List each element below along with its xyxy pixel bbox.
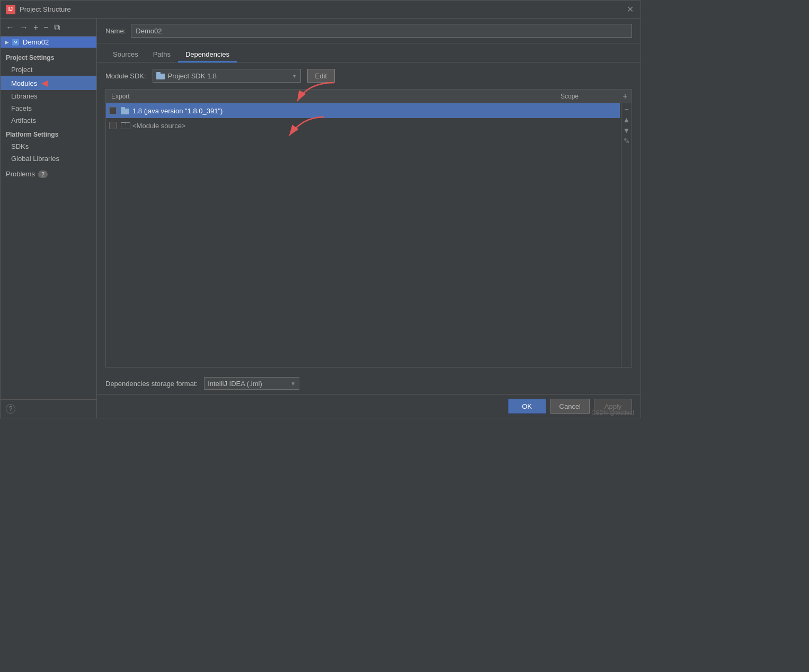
edit-dep-button[interactable]: ✎ [622, 136, 632, 146]
sidebar-item-global-libraries-label: Global Libraries [11, 155, 59, 163]
name-label: Name: [105, 27, 126, 35]
storage-format-value: IntelliJ IDEA (.iml) [208, 380, 287, 388]
cancel-button[interactable]: Cancel [550, 399, 590, 414]
dep-row-jdk[interactable]: 1.8 (java version "1.8.0_391") [106, 103, 620, 118]
watermark: CSDN @testleaf [591, 409, 634, 416]
close-button[interactable]: ✕ [627, 5, 635, 14]
sdk-folder-icon [156, 72, 165, 79]
tabs-row: Sources Paths Dependencies [97, 43, 641, 62]
dependencies-table: Export Scope + 1.8 (java version "1.8.0_… [105, 89, 632, 368]
back-button[interactable]: ← [5, 22, 15, 33]
copy-module-button[interactable]: ⧉ [53, 22, 61, 33]
module-name-label: Demo02 [23, 38, 49, 46]
dep-name-jdk: 1.8 (java version "1.8.0_391") [132, 107, 553, 115]
sidebar-item-artifacts[interactable]: Artifacts [1, 114, 96, 127]
sidebar-toolbar: ← → + − ⧉ [1, 19, 96, 37]
remove-dep-button[interactable]: − [622, 104, 632, 114]
tab-dependencies-label: Dependencies [185, 50, 229, 58]
titlebar: IJ Project Structure ✕ [1, 1, 641, 19]
sidebar-item-problems[interactable]: Problems 2 [1, 167, 96, 181]
col-export-header: Export [106, 93, 555, 100]
sidebar-item-sdks-label: SDKs [11, 142, 29, 150]
sidebar-item-artifacts-label: Artifacts [11, 117, 36, 124]
project-settings-section-label: Project Settings [1, 50, 96, 64]
app-icon: IJ [6, 5, 15, 14]
dep-checkbox-module-source[interactable] [109, 122, 117, 129]
modules-arrow-icon: ◀ [41, 78, 48, 88]
ok-button[interactable]: OK [508, 399, 546, 414]
add-dependency-button[interactable]: + [619, 90, 632, 103]
problems-badge: 2 [38, 171, 48, 178]
sidebar-item-global-libraries[interactable]: Global Libraries [1, 153, 96, 165]
dep-folder-icon-jdk [121, 107, 129, 114]
storage-format-dropdown[interactable]: IntelliJ IDEA (.iml) ▼ [204, 377, 299, 390]
sdk-dropdown-arrow-icon: ▼ [292, 73, 297, 79]
platform-settings-section-label: Platform Settings [1, 127, 96, 140]
forward-button[interactable]: → [19, 22, 29, 33]
chevron-icon: ▶ [5, 39, 9, 45]
problems-label: Problems [6, 170, 35, 178]
tab-paths-label: Paths [153, 50, 171, 58]
module-tree-item[interactable]: ▶ M Demo02 [1, 37, 96, 48]
sidebar-tree: Project Settings Project Modules ◀ Libra… [1, 48, 96, 399]
col-scope-header: Scope [555, 93, 619, 100]
help-section: ? [1, 399, 96, 418]
tab-sources[interactable]: Sources [105, 47, 146, 62]
deps-table-header: Export Scope + [106, 89, 632, 103]
move-dep-down-button[interactable]: ▼ [622, 126, 632, 135]
dep-row-module-source[interactable]: <Module source> [106, 118, 620, 133]
storage-format-row: Dependencies storage format: IntelliJ ID… [97, 373, 641, 394]
move-dep-up-button[interactable]: ▲ [622, 115, 632, 124]
tab-paths[interactable]: Paths [146, 47, 178, 62]
dep-name-module-source: <Module source> [132, 122, 553, 130]
deps-table-body: 1.8 (java version "1.8.0_391") <Module s… [106, 103, 632, 367]
table-right-actions: − ▲ ▼ ✎ [621, 103, 632, 367]
tab-sources-label: Sources [113, 50, 138, 58]
sidebar-item-facets[interactable]: Facets [1, 102, 96, 114]
edit-sdk-button[interactable]: Edit [307, 69, 335, 83]
storage-dropdown-arrow-icon: ▼ [290, 381, 296, 387]
tab-dependencies[interactable]: Dependencies [178, 47, 237, 62]
dep-folder-icon-module-source [121, 122, 129, 129]
sidebar-item-project-label: Project [11, 66, 32, 74]
sdk-select-text: Project SDK 1.8 [168, 72, 289, 80]
sidebar-item-libraries[interactable]: Libraries [1, 90, 96, 102]
sidebar: ← → + − ⧉ ▶ M Demo02 Project Settings Pr… [1, 19, 97, 418]
module-icon: M [11, 39, 20, 46]
sidebar-item-modules[interactable]: Modules ◀ [1, 76, 96, 90]
sidebar-item-sdks[interactable]: SDKs [1, 140, 96, 153]
sidebar-item-project[interactable]: Project [1, 64, 96, 76]
name-row: Name: [97, 19, 641, 43]
module-sdk-label: Module SDK: [105, 72, 146, 80]
sdk-dropdown[interactable]: Project SDK 1.8 ▼ [153, 69, 301, 83]
main-panel: Name: Sources Paths Dependencies Module … [97, 19, 641, 418]
sidebar-item-facets-label: Facets [11, 104, 32, 112]
module-sdk-row: Module SDK: Project SDK 1.8 ▼ Edit [97, 62, 641, 89]
name-input[interactable] [131, 24, 632, 38]
sidebar-item-libraries-label: Libraries [11, 92, 38, 100]
remove-module-button[interactable]: − [42, 22, 49, 33]
dep-checkbox-jdk[interactable] [109, 107, 117, 114]
help-button[interactable]: ? [6, 404, 15, 414]
storage-format-label: Dependencies storage format: [105, 380, 198, 388]
sidebar-item-modules-label: Modules [11, 79, 37, 87]
add-module-button[interactable]: + [32, 22, 39, 33]
window-title: Project Structure [20, 5, 627, 13]
bottom-bar: OK Cancel Apply [97, 394, 641, 418]
